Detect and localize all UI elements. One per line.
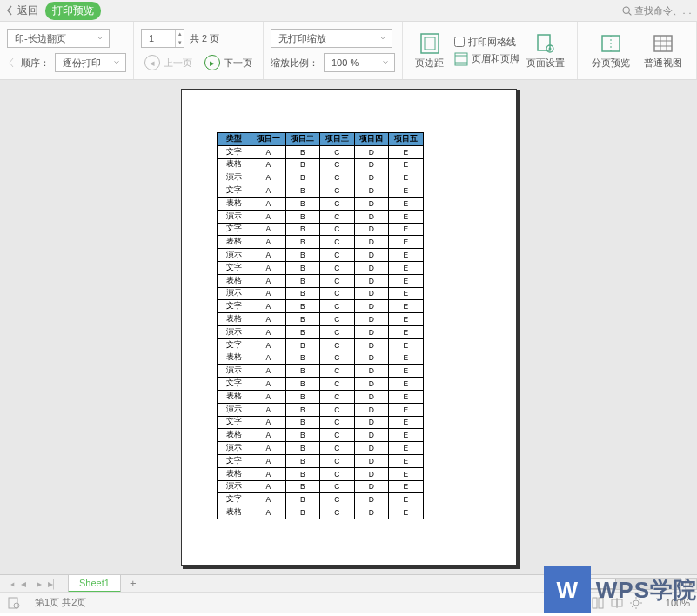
normal-view-icon (652, 32, 674, 55)
preview-table: 类型项目一项目二项目三项目四项目五文字ABCDE表格ABCDE演示ABCDE文字… (217, 132, 424, 519)
table-row: 文字ABCDE (217, 378, 423, 391)
wps-watermark-text: WPS学院 (596, 575, 697, 606)
collapse-icon (7, 56, 16, 70)
table-row: 演示ABCDE (217, 249, 423, 262)
svg-point-8 (549, 47, 552, 50)
table-row: 表格ABCDE (217, 158, 423, 171)
page-setup-button[interactable]: 页面设置 (519, 29, 572, 73)
table-row: 演示ABCDE (217, 480, 423, 493)
table-row: 文字ABCDE (217, 223, 423, 236)
table-row: 文字ABCDE (217, 338, 423, 352)
last-sheet-button[interactable]: ▸⎸ (47, 576, 63, 592)
svg-rect-11 (654, 36, 672, 51)
svg-rect-3 (455, 53, 467, 65)
table-row: 表格ABCDE (217, 236, 423, 249)
search-placeholder: 查找命令、… (634, 4, 692, 17)
table-header: 项目三 (320, 133, 355, 146)
print-preview-badge: 打印预览 (45, 2, 101, 20)
gridlines-checkbox[interactable]: 打印网格线 (454, 36, 519, 49)
chevron-down-icon (382, 59, 389, 66)
header-footer-button[interactable]: 页眉和页脚 (454, 52, 519, 66)
wps-watermark: W WPS学院 (544, 566, 697, 613)
table-row: 文字ABCDE (217, 300, 423, 313)
table-row: 表格ABCDE (217, 467, 423, 480)
back-label: 返回 (17, 3, 38, 18)
table-row: 表格ABCDE (217, 352, 423, 365)
next-page-button[interactable]: ▸ 下一页 (201, 53, 256, 72)
header-footer-icon (454, 52, 468, 66)
first-sheet-button[interactable]: ⎹◂ (0, 576, 16, 592)
zoom-select[interactable]: 100 % (324, 53, 395, 72)
prev-page-button: ◂ 上一页 (141, 53, 196, 72)
wps-logo-icon: W (544, 566, 591, 613)
table-row: 表格ABCDE (217, 390, 423, 403)
svg-rect-1 (421, 34, 439, 53)
table-row: 表格ABCDE (217, 506, 423, 519)
page-info-label: 第1页 共2页 (35, 596, 86, 609)
chevron-down-icon (97, 35, 104, 42)
pagebreak-preview-button[interactable]: 分页预览 (585, 29, 637, 73)
table-row: 文字ABCDE (217, 261, 423, 274)
order-select[interactable]: 逐份打印 (55, 53, 126, 72)
zoom-label: 缩放比例： (271, 57, 318, 70)
chevron-down-icon (113, 59, 120, 66)
record-macro-icon[interactable] (7, 596, 21, 610)
table-row: 演示ABCDE (217, 403, 423, 416)
pagebreak-icon (600, 32, 622, 55)
search-command[interactable]: 查找命令、… (621, 4, 692, 17)
table-row: 表格ABCDE (217, 274, 423, 287)
page-number-input[interactable]: 1 ▴▾ (141, 29, 184, 48)
table-row: 演示ABCDE (217, 365, 423, 378)
table-header: 项目五 (389, 133, 424, 146)
svg-point-17 (14, 603, 19, 608)
spin-down[interactable]: ▾ (175, 38, 184, 47)
next-sheet-button[interactable]: ▸ (31, 576, 47, 592)
scale-mode-select[interactable]: 无打印缩放 (271, 29, 392, 48)
spin-up[interactable]: ▴ (175, 30, 184, 38)
table-row: 文字ABCDE (217, 493, 423, 506)
preview-area: 类型项目一项目二项目三项目四项目五文字ABCDE表格ABCDE演示ABCDE文字… (0, 80, 697, 574)
margins-icon (419, 32, 441, 55)
table-row: 文字ABCDE (217, 145, 423, 158)
order-label: 顺序： (21, 57, 50, 70)
table-header: 类型 (217, 133, 251, 146)
margins-button[interactable]: 页边距 (408, 29, 451, 73)
table-row: 演示ABCDE (217, 442, 423, 455)
table-header: 项目二 (285, 133, 320, 146)
table-row: 演示ABCDE (217, 325, 423, 338)
prev-sheet-button[interactable]: ◂ (16, 576, 31, 592)
table-header: 项目四 (354, 133, 389, 146)
chevron-down-icon (379, 35, 386, 42)
table-row: 文字ABCDE (217, 454, 423, 467)
svg-rect-6 (538, 35, 550, 50)
page-total-label: 共 2 页 (190, 32, 219, 45)
preview-page: 类型项目一项目二项目三项目四项目五文字ABCDE表格ABCDE演示ABCDE文字… (181, 89, 517, 566)
table-row: 文字ABCDE (217, 184, 423, 198)
duplex-select[interactable]: 印-长边翻页 (7, 29, 110, 48)
page-setup-icon (534, 32, 557, 55)
table-row: 表格ABCDE (217, 197, 423, 210)
add-sheet-button[interactable]: + (126, 577, 140, 591)
svg-rect-2 (425, 37, 435, 50)
table-row: 演示ABCDE (217, 210, 423, 223)
normal-view-button[interactable]: 普通视图 (637, 29, 689, 73)
table-row: 演示ABCDE (217, 287, 423, 300)
table-header: 项目一 (251, 133, 286, 146)
table-row: 文字ABCDE (217, 416, 423, 429)
table-row: 表格ABCDE (217, 313, 423, 326)
table-row: 演示ABCDE (217, 171, 423, 184)
table-row: 表格ABCDE (217, 429, 423, 442)
sheet-tab[interactable]: Sheet1 (68, 574, 121, 593)
back-button[interactable]: 返回 (5, 3, 38, 18)
svg-point-0 (623, 7, 629, 13)
